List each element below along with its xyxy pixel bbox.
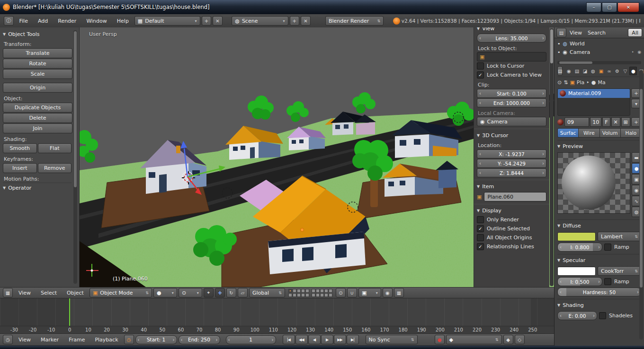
sync-mode-selector[interactable]: No Sync ⇅ (366, 335, 418, 344)
shading-panel-header[interactable]: ▼ Shading (557, 300, 641, 310)
decrement-arrow-icon[interactable]: ‹ (138, 336, 140, 344)
specular-shader-selector[interactable]: CookTorr ⇅ (598, 266, 641, 276)
layer-cell[interactable] (324, 293, 328, 297)
scene-selector[interactable]: ◍ Scene ▾ (232, 16, 288, 26)
breadcrumb-material[interactable]: Ma (598, 79, 605, 86)
increment-arrow-icon[interactable]: › (542, 169, 544, 177)
cursor-x-field[interactable]: X: -1.9237‹› (477, 149, 546, 158)
browse-context-icon[interactable]: ⇅ (564, 79, 568, 86)
menu-view[interactable]: View (567, 28, 584, 37)
increment-arrow-icon[interactable]: › (173, 336, 175, 344)
timeline-ruler[interactable]: -30-20-100102030405060708090100110120130… (0, 326, 554, 334)
preview-range-icon[interactable]: ◷ (124, 335, 134, 344)
hardness-slider[interactable]: Hardness: 50 ‹› (557, 288, 641, 297)
join-button[interactable]: Join (3, 123, 72, 133)
editor-type-info-icon[interactable]: ⓘ (4, 16, 14, 26)
menu-playback[interactable]: Playback (90, 335, 122, 344)
diffuse-panel-header[interactable]: ▼ Diffuse (557, 221, 641, 230)
rotate-manipulator-icon[interactable]: ↻ (226, 288, 236, 297)
cursor-panel-header[interactable]: ▼ 3D Cursor (477, 131, 546, 140)
only-render-checkbox[interactable] (477, 216, 484, 223)
menu-view[interactable]: View (14, 288, 35, 297)
tab-object-data-icon[interactable]: ▽ (621, 67, 629, 75)
decrement-arrow-icon[interactable]: ‹ (560, 288, 562, 296)
decrement-arrow-icon[interactable]: ‹ (479, 150, 481, 158)
unlink-button[interactable]: ✕ (611, 117, 620, 127)
translate-button[interactable]: Translate (3, 48, 72, 58)
tab-world-icon[interactable]: ◍ (589, 67, 597, 75)
lock-to-cursor-checkbox[interactable] (477, 62, 484, 70)
delete-layout-button[interactable]: ✕ (213, 16, 223, 26)
layer-cell[interactable] (305, 289, 309, 293)
lock-camera-checkbox[interactable]: ✓ (477, 71, 484, 79)
decrement-arrow-icon[interactable]: ‹ (560, 312, 562, 320)
diffuse-ramp-checkbox[interactable] (604, 244, 611, 251)
menu-frame[interactable]: Frame (64, 335, 89, 344)
keying-set-selector[interactable]: ◆ ⇅ (446, 335, 502, 344)
diffuse-shader-selector[interactable]: Lambert ⇅ (598, 232, 641, 241)
cursor-y-field[interactable]: Y: -54.2429‹› (477, 159, 546, 168)
manipulator-toggle[interactable]: ⌖ (204, 288, 214, 297)
transport-button[interactable]: ▶ (321, 335, 333, 344)
duplicate-objects-button[interactable]: Duplicate Objects (3, 103, 72, 113)
material-slot-list[interactable]: Material.009 (557, 88, 630, 116)
render-toggle-icon[interactable]: ◉ (637, 50, 641, 54)
outliner-item-camera[interactable]: • ◉ Camera ‣ ◉ (557, 48, 641, 56)
layer-cell[interactable] (316, 293, 320, 297)
lock-to-cursor-row[interactable]: Lock to Cursor (477, 61, 546, 70)
transport-button[interactable]: ▶▶ (334, 335, 346, 344)
transport-button[interactable]: ◀◀ (295, 335, 308, 344)
delete-scene-button[interactable]: ✕ (301, 16, 311, 26)
title-bar[interactable]: Blender* [H:\kuliah UG\tugas\Semester 5\… (0, 0, 644, 15)
layer-cell[interactable] (293, 289, 296, 293)
local-camera-field[interactable]: ◉ Camera (477, 117, 546, 126)
decrement-arrow-icon[interactable]: ‹ (479, 34, 481, 42)
current-frame-field[interactable]: 1‹› (226, 335, 276, 344)
item-panel-header[interactable]: ▼ Item (477, 182, 546, 191)
layer-cell[interactable] (305, 293, 309, 297)
layer-cell[interactable] (297, 293, 301, 297)
outline-selected-checkbox[interactable]: ✓ (477, 225, 484, 232)
specular-panel-header[interactable]: ▼ Specular (557, 255, 641, 265)
add-scene-button[interactable]: + (290, 16, 300, 26)
halo-type-button[interactable]: Halo (620, 128, 642, 138)
expand-dot-icon[interactable]: • (557, 49, 561, 55)
maximize-button[interactable]: ▢ (602, 2, 617, 12)
render-engine-selector[interactable]: Blender Render ⇅ (325, 16, 384, 26)
tab-render-icon[interactable]: ◉ (565, 67, 572, 75)
layer-cell[interactable] (320, 293, 324, 297)
frame-start-field[interactable]: Start: 1‹› (135, 335, 177, 344)
outliner-item-world[interactable]: • ◍ World (557, 39, 641, 48)
fake-user-button[interactable]: F (602, 117, 610, 127)
wire-type-button[interactable]: Wire (578, 128, 599, 138)
delete-keyframe-icon[interactable]: ◇ (515, 335, 525, 344)
menu-search[interactable]: Search (585, 28, 608, 37)
scale-button[interactable]: Scale (3, 69, 72, 79)
frame-end-field[interactable]: End: 250‹› (179, 335, 220, 344)
opengl-render-anim-icon[interactable]: ▦ (394, 288, 404, 297)
viewport-3d[interactable]: User Persp (1) Plane.060 ▼ View Lens: 35… (80, 27, 554, 287)
specular-ramp-checkbox[interactable] (604, 278, 611, 285)
layer-cell[interactable] (329, 289, 332, 293)
menu-add[interactable]: Add (34, 17, 52, 26)
transport-button[interactable]: ▶| (347, 335, 359, 344)
object-tools-panel-header[interactable]: ▼ Object Tools (3, 29, 72, 39)
scale-manipulator-icon[interactable]: ▱ (238, 288, 248, 297)
lock-camera-row[interactable]: ✓ Lock Camera to View (477, 70, 546, 79)
layer-cell[interactable] (316, 289, 320, 293)
record-button[interactable]: ● (435, 335, 445, 344)
tab-object-icon[interactable]: ▣ (597, 67, 605, 75)
display-filter-selector[interactable]: All (628, 28, 642, 37)
menu-window[interactable]: Window (82, 17, 111, 26)
increment-arrow-icon[interactable]: › (542, 89, 544, 97)
opengl-render-icon[interactable]: ◉ (383, 288, 393, 297)
snap-magnet-icon[interactable]: ∪ (347, 288, 357, 297)
transform-orientation-selector[interactable]: Global ⇅ (249, 288, 285, 297)
nodes-toggle-icon[interactable]: ⊞ (621, 117, 630, 127)
decrement-arrow-icon[interactable]: ‹ (560, 278, 562, 286)
diffuse-intensity-slider[interactable]: I: 0.800 ‹› (557, 243, 602, 252)
decrement-arrow-icon[interactable]: ‹ (560, 243, 562, 251)
layer-cell[interactable] (301, 293, 305, 297)
lens-field[interactable]: Lens: 35.000‹› (477, 34, 546, 43)
tab-modifiers-icon[interactable]: ⚙ (613, 67, 621, 75)
